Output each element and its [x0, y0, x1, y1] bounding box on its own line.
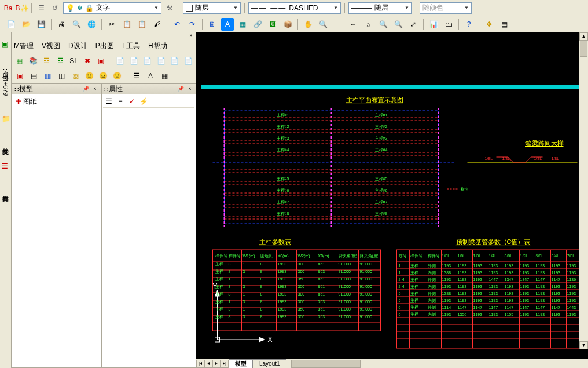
- close-icon[interactable]: ×: [91, 86, 98, 93]
- paste-icon[interactable]: 📋: [135, 18, 148, 31]
- menu-design[interactable]: D设计: [68, 41, 87, 51]
- image-icon[interactable]: 🖼: [266, 18, 279, 31]
- model-tree[interactable]: ✚ 图纸: [12, 94, 101, 367]
- help-icon[interactable]: ?: [462, 18, 475, 31]
- zoom-out-icon[interactable]: 🔍: [392, 18, 405, 31]
- b2-icon[interactable]: ▤: [28, 70, 39, 82]
- sidebar-tab-folder[interactable]: 我的文件夹: [1, 141, 10, 145]
- menu-help[interactable]: H帮助: [148, 41, 167, 51]
- tab-layout1[interactable]: Layout1: [253, 359, 286, 369]
- list-icon[interactable]: ☰: [131, 70, 142, 82]
- zoom-realtime-icon[interactable]: 🔍: [317, 18, 329, 31]
- sidebar-wizard-icon[interactable]: ☰: [2, 163, 10, 171]
- pin-icon[interactable]: 📌: [177, 86, 184, 93]
- scroll-down-icon[interactable]: ▼: [579, 341, 588, 349]
- layer-previous-icon[interactable]: ↺: [49, 2, 61, 14]
- lineweight-combo[interactable]: ——— 随层 ▼: [348, 2, 412, 14]
- sidebar-tab-project[interactable]: 项目:K44+679: [1, 66, 10, 98]
- undo-icon[interactable]: ↶: [171, 18, 183, 31]
- xref-icon[interactable]: 🔗: [251, 18, 264, 31]
- layer-states-icon[interactable]: ⚒: [164, 2, 175, 14]
- redo-icon[interactable]: ↷: [186, 18, 199, 31]
- b3-icon[interactable]: ▥: [42, 70, 53, 82]
- check-icon[interactable]: ✓: [127, 97, 137, 106]
- x2-icon[interactable]: ▣: [95, 55, 106, 67]
- a360-icon[interactable]: A: [221, 18, 234, 31]
- linetype-combo[interactable]: —— —— DASHED ▼: [248, 2, 341, 14]
- tree-root-item[interactable]: ✚ 图纸: [13, 96, 100, 108]
- open-icon[interactable]: 📂: [20, 18, 32, 31]
- layers3-icon[interactable]: ☲: [54, 55, 65, 67]
- close-icon[interactable]: ×: [186, 86, 193, 93]
- face1-icon[interactable]: 🙂: [83, 70, 95, 82]
- matchprop-icon[interactable]: 🖌: [150, 18, 163, 31]
- layer-combo[interactable]: 💡 ❄ 🔒 文字 ▼: [63, 2, 161, 14]
- copy-icon[interactable]: 📋: [120, 18, 133, 31]
- layers2-icon[interactable]: ☲: [41, 55, 52, 67]
- b1-icon[interactable]: ▣: [14, 70, 25, 82]
- face2-icon[interactable]: 😐: [97, 70, 109, 82]
- events-icon[interactable]: ⚡: [139, 97, 148, 106]
- save-icon[interactable]: 💾: [35, 18, 47, 31]
- properties-icon[interactable]: 📊: [427, 18, 440, 31]
- zoom-previous-icon[interactable]: ←: [347, 18, 359, 31]
- cut-icon[interactable]: ✂: [105, 18, 118, 31]
- tab-first-icon[interactable]: |◂: [196, 360, 204, 368]
- sidebar-folder-icon[interactable]: 📁: [2, 115, 10, 123]
- pin-icon[interactable]: 📌: [82, 86, 89, 93]
- sl-icon[interactable]: SL: [68, 55, 79, 67]
- menu-view[interactable]: V视图: [42, 41, 60, 51]
- tab-prev-icon[interactable]: ◂: [204, 360, 212, 368]
- horizontal-scrollbar[interactable]: [289, 360, 588, 368]
- doc3-icon[interactable]: 📄: [142, 55, 153, 67]
- text-icon[interactable]: A: [145, 70, 156, 82]
- tab-next-icon[interactable]: ▸: [212, 360, 220, 368]
- tab-model[interactable]: 模型: [229, 359, 253, 369]
- tool-palettes-icon[interactable]: ❖: [483, 18, 495, 31]
- print-preview-icon[interactable]: 🔍: [70, 18, 83, 31]
- zoom-in-icon[interactable]: 🔍: [377, 18, 389, 31]
- clean-screen-icon[interactable]: ▤: [498, 18, 510, 31]
- zoom-window-icon[interactable]: ◻: [332, 18, 344, 31]
- doc2-icon[interactable]: 📄: [128, 55, 139, 67]
- doc5-icon[interactable]: 📄: [169, 55, 180, 67]
- zoom-extents-icon[interactable]: ⤢: [407, 18, 420, 31]
- scroll-thumb[interactable]: [580, 41, 587, 57]
- drawing-canvas[interactable]: 主桿平面布置示意图: [196, 32, 588, 359]
- grid-icon[interactable]: ▦: [14, 55, 25, 67]
- dwf-icon[interactable]: 📦: [281, 18, 294, 31]
- face3-icon[interactable]: 🙁: [111, 70, 123, 82]
- x1-icon[interactable]: ✖: [82, 55, 93, 67]
- scroll-up-icon[interactable]: ▲: [579, 32, 588, 41]
- pan-icon[interactable]: ✋: [302, 18, 314, 31]
- hscroll-thumb[interactable]: [291, 360, 361, 368]
- categorize-icon[interactable]: ☰: [104, 97, 113, 106]
- books-icon[interactable]: 📚: [27, 55, 38, 67]
- layer-manager-icon[interactable]: ☰: [35, 2, 47, 14]
- sidebar-project-icon[interactable]: ▣: [2, 41, 10, 49]
- app-icon-2[interactable]: B✨: [16, 2, 28, 14]
- grid2-icon[interactable]: ▦: [159, 70, 170, 82]
- app-icon-1[interactable]: Ba: [2, 2, 14, 14]
- menu-manage[interactable]: M管理: [14, 41, 34, 51]
- zoom-scale-icon[interactable]: ⌕: [362, 18, 374, 31]
- panel-close-icon[interactable]: ×: [188, 33, 194, 39]
- designcenter-icon[interactable]: 🗃: [442, 18, 455, 31]
- dwg-icon[interactable]: 🗎: [206, 18, 219, 31]
- plotstyle-combo[interactable]: 随颜色 ▼: [420, 2, 472, 14]
- doc6-icon[interactable]: 📄: [182, 55, 193, 67]
- b4-icon[interactable]: ◫: [56, 70, 67, 82]
- new-icon[interactable]: 📄: [5, 18, 17, 31]
- publish-icon[interactable]: 🌐: [85, 18, 98, 31]
- doc4-icon[interactable]: 📄: [156, 55, 167, 67]
- tab-last-icon[interactable]: ▸|: [220, 360, 229, 368]
- block-icon[interactable]: ▦: [236, 18, 249, 31]
- color-combo[interactable]: 随层 ▼: [183, 2, 241, 14]
- sidebar-tab-wizard[interactable]: 操作向导: [1, 188, 10, 193]
- print-icon[interactable]: 🖨: [55, 18, 68, 31]
- menu-plot[interactable]: P出图: [95, 41, 114, 51]
- alpha-icon[interactable]: ≡: [116, 97, 125, 106]
- doc1-icon[interactable]: 📄: [115, 55, 126, 67]
- vertical-scrollbar[interactable]: ▲ ▼: [579, 32, 588, 349]
- menu-tools[interactable]: T工具: [122, 41, 140, 51]
